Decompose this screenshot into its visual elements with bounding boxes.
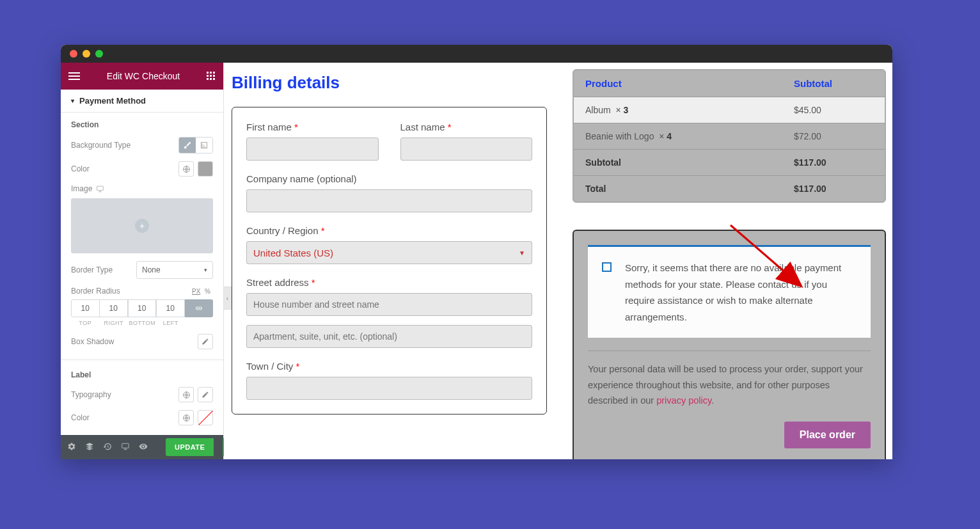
label-color-label: Color bbox=[71, 413, 90, 422]
global-color-button[interactable] bbox=[178, 410, 194, 425]
last-name-label: Last name * bbox=[400, 122, 533, 132]
radius-top-input[interactable] bbox=[71, 299, 100, 317]
caret-down-icon: ▾ bbox=[204, 267, 207, 273]
product-price: $45.00 bbox=[782, 97, 885, 123]
radius-left-label: LEFT bbox=[157, 320, 186, 326]
pencil-icon bbox=[202, 338, 209, 345]
image-upload-well[interactable]: + bbox=[71, 198, 213, 253]
grid-icon[interactable] bbox=[207, 72, 216, 81]
globe-icon bbox=[182, 414, 191, 422]
subtotal-label: Subtotal bbox=[574, 150, 782, 176]
place-order-button[interactable]: Place order bbox=[784, 422, 871, 448]
window-minimize-button[interactable] bbox=[83, 50, 90, 58]
subtotal-row: Subtotal $117.00 bbox=[574, 150, 885, 176]
globe-icon bbox=[182, 165, 191, 173]
menu-icon[interactable] bbox=[68, 70, 80, 82]
preview-icon[interactable] bbox=[139, 442, 148, 453]
first-name-input[interactable] bbox=[246, 138, 379, 161]
radius-left-input[interactable] bbox=[156, 299, 185, 317]
product-qty: 3 bbox=[624, 105, 629, 115]
collapse-handle[interactable]: ‹ bbox=[224, 287, 232, 310]
radius-link-toggle[interactable] bbox=[185, 299, 213, 317]
privacy-text: Your personal data will be used to proce… bbox=[588, 351, 871, 409]
street-label: Street address * bbox=[246, 277, 532, 288]
product-name: Beanie with Logo bbox=[585, 131, 654, 141]
responsive-icon[interactable] bbox=[121, 442, 130, 453]
label-color-picker[interactable] bbox=[198, 410, 213, 425]
typography-edit[interactable] bbox=[198, 387, 213, 402]
first-name-label: First name * bbox=[246, 122, 379, 132]
radius-bottom-input[interactable] bbox=[128, 299, 157, 317]
company-label: Company name (optional) bbox=[246, 173, 532, 184]
unit-px[interactable]: PX bbox=[192, 288, 200, 295]
company-input[interactable] bbox=[246, 189, 532, 212]
billing-title: Billing details bbox=[232, 73, 547, 93]
window-titlebar bbox=[61, 45, 892, 63]
svg-rect-2 bbox=[97, 186, 104, 191]
street2-input[interactable] bbox=[246, 325, 532, 348]
settings-icon[interactable] bbox=[67, 442, 76, 453]
country-select[interactable]: United States (US) ▼ bbox=[246, 241, 532, 264]
country-value: United States (US) bbox=[253, 248, 333, 258]
unit-toggle: PX % bbox=[192, 288, 213, 295]
link-icon bbox=[195, 304, 203, 312]
typography-row: Typography bbox=[71, 387, 213, 402]
billing-column: Billing details First name * Last name * bbox=[232, 63, 547, 459]
border-type-select[interactable]: None ▾ bbox=[136, 261, 213, 279]
box-shadow-row: Box Shadow bbox=[71, 334, 213, 349]
panel-section-title: Payment Method bbox=[79, 96, 146, 106]
table-row: Beanie with Logo × 4 $72.00 bbox=[574, 123, 885, 150]
box-shadow-label: Box Shadow bbox=[71, 337, 114, 346]
window-maximize-button[interactable] bbox=[95, 50, 103, 58]
notice-text: Sorry, it seems that there are no availa… bbox=[625, 262, 841, 322]
sidebar-title: Edit WC Checkout bbox=[107, 71, 180, 81]
navigator-icon[interactable] bbox=[85, 442, 94, 453]
country-label: Country / Region * bbox=[246, 225, 532, 236]
editor-sidebar: Edit WC Checkout ▾ Payment Method Sectio… bbox=[61, 63, 224, 459]
border-type-value: None bbox=[142, 265, 161, 274]
product-header: Product bbox=[574, 70, 782, 97]
radius-right-input[interactable] bbox=[99, 299, 128, 317]
radius-right-label: RIGHT bbox=[100, 320, 129, 326]
background-type-label: Background Type bbox=[71, 141, 130, 150]
border-type-label: Border Type bbox=[71, 265, 113, 274]
background-type-row: Background Type bbox=[71, 137, 213, 154]
color-label: Color bbox=[71, 164, 90, 173]
global-color-button[interactable] bbox=[178, 161, 194, 177]
last-name-input[interactable] bbox=[400, 138, 533, 161]
window-close-button[interactable] bbox=[70, 50, 77, 58]
globe-icon bbox=[182, 391, 191, 399]
panel-header-payment-method[interactable]: ▾ Payment Method bbox=[61, 90, 223, 112]
section-heading: Section bbox=[71, 120, 213, 129]
street-input[interactable] bbox=[246, 293, 532, 316]
unit-pct[interactable]: % bbox=[205, 288, 210, 295]
product-name: Album bbox=[585, 105, 611, 115]
city-input[interactable] bbox=[246, 377, 532, 400]
total-value: $117.00 bbox=[782, 176, 885, 202]
app-window: Edit WC Checkout ▾ Payment Method Sectio… bbox=[61, 45, 892, 459]
bottom-toolbar: UPDATE ▲ bbox=[61, 435, 223, 459]
history-icon[interactable] bbox=[103, 442, 112, 453]
preview-area: ‹ Billing details First name * Last name… bbox=[224, 63, 892, 459]
border-radius-row: Border Radius PX % bbox=[71, 287, 213, 296]
radius-bottom-label: BOTTOM bbox=[128, 320, 157, 326]
pencil-icon bbox=[202, 391, 209, 399]
global-typography-button[interactable] bbox=[178, 387, 194, 402]
panel-body: Section Background Type Color bbox=[61, 113, 223, 459]
billing-form: First name * Last name * Company name (o… bbox=[232, 107, 547, 415]
bg-type-gradient[interactable] bbox=[196, 138, 212, 153]
plus-icon: + bbox=[135, 219, 149, 233]
update-button[interactable]: UPDATE bbox=[166, 438, 214, 456]
color-row: Color bbox=[71, 161, 213, 177]
info-icon bbox=[602, 262, 612, 272]
radius-inputs: TOP RIGHT BOTTOM LEFT bbox=[71, 299, 213, 326]
desktop-icon bbox=[96, 185, 104, 193]
radius-top-label: TOP bbox=[71, 320, 100, 326]
box-shadow-edit[interactable] bbox=[198, 334, 213, 349]
product-price: $72.00 bbox=[782, 123, 885, 150]
privacy-policy-link[interactable]: privacy policy bbox=[656, 395, 711, 406]
typography-label: Typography bbox=[71, 390, 111, 399]
total-row: Total $117.00 bbox=[574, 176, 885, 202]
bg-type-classic[interactable] bbox=[179, 138, 196, 153]
color-picker[interactable] bbox=[198, 161, 213, 177]
